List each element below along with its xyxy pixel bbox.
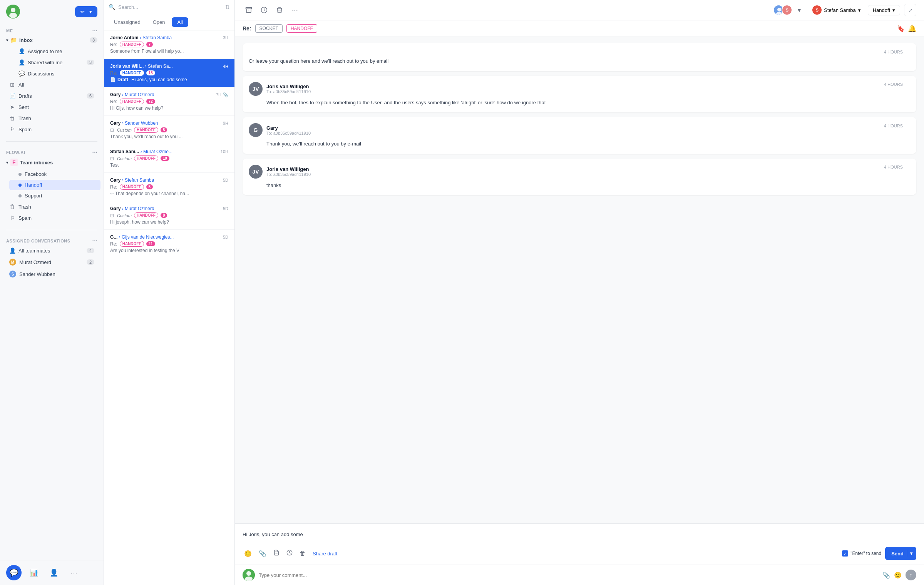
conversation-item[interactable]: Joris van Will... › Stefan Sa... 4H Re: … — [104, 59, 234, 87]
conv-header: Joris van Will... › Stefan Sa... 4H — [110, 64, 228, 69]
tab-open[interactable]: Open — [147, 17, 171, 27]
conversation-item[interactable]: G... › Gijs van de Nieuwegies... 5D Re: … — [104, 230, 234, 258]
conversation-item[interactable]: Stefan Sam... › Murat Ozme... 10H ⊡ Cust… — [104, 144, 234, 173]
comment-input[interactable] — [259, 572, 879, 578]
badge-num: 7 — [146, 42, 153, 47]
sidebar-item-shared-with-me[interactable]: 👤 Shared with me 3 — [9, 57, 100, 68]
share-draft-button[interactable]: Share draft — [313, 551, 337, 557]
more-button[interactable]: ⋯ — [66, 565, 82, 580]
msg-more-icon[interactable]: ⋮ — [906, 82, 910, 87]
share-icon: 👤 — [18, 59, 25, 65]
conversation-item[interactable]: Gary › Sander Wubben 9H ⊡ Custom HANDOFF… — [104, 116, 234, 144]
sidebar-item-all-teammates[interactable]: 👤 All teammates 4 — [3, 245, 100, 256]
badge-num: 19 — [161, 156, 169, 161]
send-divider — [907, 550, 907, 557]
msg-more-icon[interactable]: ⋮ — [906, 49, 910, 54]
spam2-label: Spam — [18, 215, 94, 221]
compose-area: Hi Joris, you can add some 🙂 📎 🗑 Share d… — [235, 523, 924, 565]
sidebar-sub-me: 👤 Assigned to me 👤 Shared with me 3 💬 Di… — [6, 46, 104, 79]
clock-compose-button[interactable] — [285, 548, 294, 559]
inbox-toggle[interactable]: ▾ 📁 Inbox 3 — [0, 35, 104, 45]
send-button[interactable]: Send ▾ — [885, 547, 916, 560]
sidebar-item-spam2[interactable]: ⚐ Spam — [3, 212, 100, 223]
svg-point-7 — [777, 8, 781, 12]
comment-send-button[interactable]: ↑ — [906, 570, 916, 580]
compose-button[interactable]: ✏ ▾ — [75, 6, 97, 17]
conversation-item[interactable]: Jorne Antoni › Stefan Samba 3H Re: HANDO… — [104, 30, 234, 59]
comment-attach-icon[interactable]: 📎 — [882, 572, 890, 579]
handoff-tag: HANDOFF — [286, 24, 317, 33]
handoff-label: Handoff — [25, 182, 94, 188]
sidebar-item-support[interactable]: Support — [9, 191, 100, 201]
archive-button[interactable] — [243, 4, 255, 16]
msg-more-icon[interactable]: ⋮ — [906, 165, 910, 170]
conversation-item[interactable]: Gary › Murat Ozmerd 5D ⊡ Custom HANDOFF … — [104, 201, 234, 230]
sidebar-item-sander[interactable]: S Sander Wubben — [3, 268, 100, 280]
search-input[interactable] — [118, 4, 222, 10]
bell-icon[interactable]: 🔔 — [908, 24, 916, 33]
socket-tag: SOCKET — [255, 24, 283, 33]
handoff-button[interactable]: Handoff ▾ — [868, 5, 900, 15]
team-inboxes-sub: Facebook Handoff Support — [6, 169, 104, 201]
expand-button[interactable]: ⤢ — [904, 4, 916, 16]
sidebar-item-all[interactable]: ⊞ All — [3, 79, 100, 90]
section-menu-icon[interactable]: ⋯ — [92, 28, 98, 34]
message-header: 4 HOURS ⋮ — [249, 49, 910, 54]
sender-info: Joris van Willigen To: a0b35c59ad411910 — [266, 84, 311, 94]
conv-header: Gary › Sander Wubben 9H — [110, 120, 228, 126]
conv-preview: Test — [110, 162, 228, 168]
sort-icon[interactable]: ⇅ — [225, 4, 230, 10]
msg-more-icon[interactable]: ⋮ — [906, 123, 910, 128]
handoff-badge: HANDOFF — [134, 212, 158, 218]
sidebar-item-drafts[interactable]: 📄 Drafts 6 — [3, 90, 100, 101]
tab-all[interactable]: All — [172, 17, 188, 27]
compose-text[interactable]: Hi Joris, you can add some — [243, 528, 916, 544]
delete-button[interactable] — [273, 4, 286, 16]
more-button[interactable]: ⋯ — [289, 4, 301, 16]
chat-button[interactable]: 💬 — [6, 565, 22, 580]
team-inboxes-toggle[interactable]: ▾ F Team inboxes — [0, 156, 104, 169]
message-body: thanks — [249, 182, 910, 189]
sidebar-item-trash[interactable]: 🗑 Trash — [3, 113, 100, 124]
user-avatar[interactable] — [6, 5, 20, 18]
sidebar-item-spam[interactable]: ⚐ Spam — [3, 124, 100, 135]
attach-button[interactable]: 📎 — [257, 548, 268, 559]
conv-subject: Re: HANDOFF 7 — [110, 42, 228, 47]
enter-to-send: ✓ "Enter" to send — [842, 550, 881, 557]
tab-unassigned[interactable]: Unassigned — [109, 17, 146, 27]
re-header: Re: SOCKET HANDOFF 🔖 🔔 — [235, 20, 924, 37]
conv-header: Stefan Sam... › Murat Ozme... 10H — [110, 149, 228, 154]
sidebar-item-handoff[interactable]: Handoff — [9, 180, 100, 190]
enter-checkbox[interactable]: ✓ — [842, 550, 848, 557]
sidebar-item-murat[interactable]: M Murat Ozmerd 2 — [3, 256, 100, 268]
contacts-button[interactable]: 👤 — [46, 565, 62, 580]
flowai-section: Flow.ai ⋯ ▾ F Team inboxes Facebook Hand… — [0, 145, 104, 227]
delete-compose-button[interactable]: 🗑 — [298, 548, 307, 558]
comment-emoji-icon[interactable]: 🙂 — [894, 572, 902, 579]
custom-icon: ⊡ — [110, 127, 114, 133]
message-card: G Gary To: a0b35c59ad411910 4 HOURS ⋮ Th… — [243, 117, 916, 154]
sidebar-top: ✏ ▾ — [0, 0, 104, 23]
drafts-icon: 📄 — [9, 93, 15, 99]
sidebar-item-assigned-to-me[interactable]: 👤 Assigned to me — [9, 46, 100, 57]
conv-time: 5D — [223, 235, 228, 239]
sidebar-item-discussions[interactable]: 💬 Discussions — [9, 68, 100, 79]
conversation-item[interactable]: Gary › Stefan Samba 5D Re: HANDOFF 5 ↩ T… — [104, 173, 234, 201]
sidebar-item-trash2[interactable]: 🗑 Trash — [3, 201, 100, 212]
chart-button[interactable]: 📊 — [26, 565, 42, 580]
sidebar-item-facebook[interactable]: Facebook — [9, 169, 100, 179]
handoff-badge: HANDOFF — [120, 184, 144, 190]
template-button[interactable] — [272, 548, 281, 559]
flowai-menu-icon[interactable]: ⋯ — [92, 149, 98, 155]
trash2-icon: 🗑 — [9, 204, 15, 210]
conv-re: Re: — [110, 70, 117, 76]
sender-name: Gary — [266, 125, 311, 131]
conversation-item[interactable]: Gary › Murat Ozmerd 7H 📎 Re: HANDOFF 72 … — [104, 87, 234, 116]
assignee-button[interactable]: S Stefan Samba ▾ — [809, 4, 864, 16]
clock-button[interactable] — [258, 4, 270, 16]
bookmark-icon[interactable]: 🔖 — [897, 25, 905, 32]
team-dropdown[interactable]: ▾ — [793, 4, 805, 16]
assigned-menu-icon[interactable]: ⋯ — [92, 238, 98, 244]
emoji-button[interactable]: 🙂 — [243, 548, 253, 559]
sidebar-item-sent[interactable]: ➤ Sent — [3, 102, 100, 112]
